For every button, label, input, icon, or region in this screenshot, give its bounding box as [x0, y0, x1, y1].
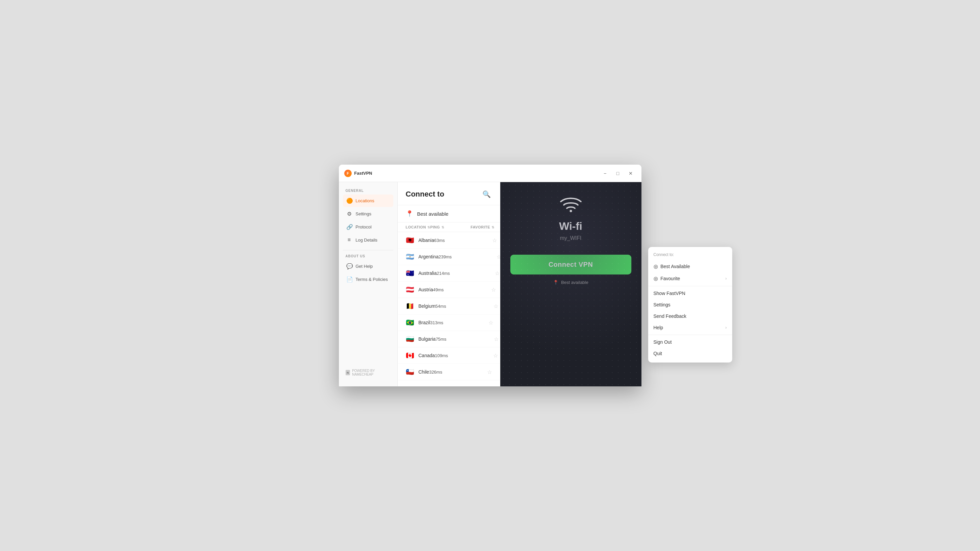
location-name-cell: 🇨🇦 Canada — [406, 351, 435, 360]
ctx-label-help: Help — [654, 325, 663, 330]
sidebar-item-protocol[interactable]: 🔗 Protocol — [343, 221, 393, 233]
location-column-header: LOCATION ⇅ — [406, 225, 430, 229]
context-menu: Connect to: ◎ Best Available ◎ Favourite… — [648, 247, 732, 362]
ctx-item-send-feedback[interactable]: Send Feedback — [648, 310, 732, 322]
sidebar: GENERAL 🟠 Locations ⚙ Settings 🔗 Protoco… — [339, 182, 398, 386]
ping-chile: 326ms — [429, 370, 469, 375]
ping-belgium: 54ms — [435, 304, 476, 309]
table-header: LOCATION ⇅ PING ⇅ FAVORITE ⇅ — [398, 222, 500, 232]
favorite-bulgaria[interactable]: ☆ — [476, 336, 500, 342]
ctx-label-quit: Quit — [654, 351, 662, 356]
general-section-label: GENERAL — [343, 189, 393, 192]
location-name-cell: 🇦🇺 Australia — [406, 269, 437, 278]
svg-point-0 — [570, 210, 572, 212]
pin-icon-small: 📍 — [553, 280, 558, 285]
ping-sort-icon[interactable]: ⇅ — [441, 225, 444, 229]
ctx-item-show-fastvpn[interactable]: Show FastVPN — [648, 287, 732, 299]
location-name-argentina: Argentina — [418, 254, 439, 259]
ctx-left: ◎ Best Available — [654, 264, 690, 270]
location-list: 🇦🇱 Albania 63ms ☆ ∨ 🇦🇷 Argentina 239ms ☆ — [398, 232, 500, 386]
maximize-button[interactable]: □ — [612, 169, 623, 178]
favorite-austria[interactable]: ☆ — [473, 287, 500, 293]
location-sort-icon[interactable]: ⇅ — [427, 225, 430, 229]
ping-column-header: PING ⇅ — [430, 225, 471, 229]
ping-austria: 49ms — [433, 287, 473, 292]
search-button[interactable]: 🔍 — [481, 189, 492, 200]
connection-type-label: Wi-fi — [559, 220, 582, 232]
table-row[interactable]: 🇧🇷 Brazil 313ms ☆ ∨ — [398, 314, 500, 331]
flag-australia: 🇦🇺 — [406, 269, 415, 278]
ctx-separator-2 — [648, 335, 732, 335]
about-section-label: ABOUT US — [343, 254, 393, 258]
ctx-item-best-available[interactable]: ◎ Best Available — [648, 260, 732, 273]
log-icon: ≡ — [346, 237, 352, 243]
sidebar-item-terms[interactable]: 📄 Terms & Policies — [343, 273, 393, 286]
favorite-chile[interactable]: ☆ — [469, 369, 500, 375]
connect-vpn-button[interactable]: Connect VPN — [510, 255, 632, 275]
ctx-item-help[interactable]: Help › — [648, 322, 732, 333]
table-row[interactable]: 🇨🇦 Canada 109ms ☆ ∨ — [398, 348, 500, 364]
ctx-item-favourite[interactable]: ◎ Favourite › — [648, 273, 732, 284]
ping-bulgaria: 75ms — [436, 337, 476, 342]
table-row[interactable]: 🇦🇱 Albania 63ms ☆ ∨ — [398, 232, 500, 249]
best-available-indicator-label: Best available — [561, 280, 588, 285]
flag-austria: 🇦🇹 — [406, 285, 415, 294]
network-name-label: my_WIFI — [560, 235, 582, 241]
context-menu-header: Connect to: — [648, 250, 732, 260]
favorite-australia[interactable]: ☆ — [477, 270, 500, 276]
location-name-brazil: Brazil — [418, 320, 430, 325]
sidebar-item-get-help[interactable]: 💬 Get Help — [343, 260, 393, 273]
location-panel: Connect to 🔍 📍 Best available LOCATION ⇅… — [398, 182, 500, 386]
favorite-column-header: FAVORITE ⇅ — [471, 225, 500, 229]
sidebar-footer: N POWERED BY NAMECHEAP — [339, 369, 398, 380]
ctx-item-quit[interactable]: Quit — [648, 348, 732, 359]
sidebar-item-log-details[interactable]: ≡ Log Details — [343, 234, 393, 246]
ctx-item-sign-out[interactable]: Sign Out — [648, 336, 732, 348]
table-row[interactable]: 🇦🇹 Austria 49ms ☆ ∨ — [398, 281, 500, 298]
table-row[interactable]: 🇦🇺 Australia 214ms ☆ ∨ — [398, 265, 500, 281]
favorite-belgium[interactable]: ☆ — [476, 303, 500, 310]
ctx-separator-1 — [648, 286, 732, 286]
favorite-albania[interactable]: ☆ — [474, 237, 500, 244]
table-row[interactable]: 🇧🇬 Bulgaria 75ms ☆ ∨ — [398, 331, 500, 348]
sidebar-item-label-locations: Locations — [356, 198, 374, 203]
best-available-label: Best available — [417, 211, 449, 217]
flag-argentina: 🇦🇷 — [406, 252, 415, 261]
flag-canada: 🇨🇦 — [406, 351, 415, 360]
sidebar-item-label-terms: Terms & Policies — [356, 277, 388, 282]
location-name-cell: 🇧🇪 Belgium — [406, 302, 436, 310]
sidebar-divider — [343, 250, 393, 250]
table-row[interactable]: 🇦🇷 Argentina 239ms ☆ ∨ — [398, 249, 500, 265]
app-title: FastVPN — [354, 171, 372, 176]
panel-title: Connect to — [406, 190, 444, 198]
pin-icon: 📍 — [406, 210, 413, 218]
sidebar-item-locations[interactable]: 🟠 Locations — [343, 195, 393, 207]
table-row[interactable]: 🇨🇱 Chile 326ms ☆ ∨ — [398, 364, 500, 380]
location-name-cell: 🇦🇹 Austria — [406, 285, 433, 294]
powered-by-label: POWERED BY NAMECHEAP — [352, 369, 390, 376]
location-name-cell: 🇦🇷 Argentina — [406, 252, 439, 261]
best-available-row[interactable]: 📍 Best available — [398, 205, 500, 222]
table-row[interactable]: 🇧🇪 Belgium 54ms ☆ ∨ — [398, 298, 500, 314]
help-icon: 💬 — [346, 263, 352, 270]
sidebar-item-settings[interactable]: ⚙ Settings — [343, 208, 393, 220]
close-button[interactable]: ✕ — [625, 169, 636, 178]
location-name-chile: Chile — [418, 369, 429, 375]
ctx-label-show-fastvpn: Show FastVPN — [654, 291, 686, 296]
flag-bulgaria: 🇧🇬 — [406, 335, 415, 343]
favorite-argentina[interactable]: ☆ — [479, 254, 500, 260]
favorite-canada[interactable]: ☆ — [476, 353, 500, 359]
ctx-item-settings[interactable]: Settings — [648, 299, 732, 310]
ping-australia: 214ms — [437, 271, 477, 276]
minimize-button[interactable]: − — [600, 169, 611, 178]
favorite-sort-icon[interactable]: ⇅ — [492, 225, 495, 229]
ctx-label-sign-out: Sign Out — [654, 339, 672, 345]
location-name-austria: Austria — [418, 287, 433, 292]
settings-icon: ⚙ — [346, 211, 352, 217]
flag-belgium: 🇧🇪 — [406, 302, 415, 310]
location-name-belgium: Belgium — [418, 303, 436, 309]
location-name-australia: Australia — [418, 270, 437, 276]
location-name-bulgaria: Bulgaria — [418, 336, 436, 342]
favorite-brazil[interactable]: ☆ — [471, 319, 500, 326]
flag-albania: 🇦🇱 — [406, 236, 415, 245]
